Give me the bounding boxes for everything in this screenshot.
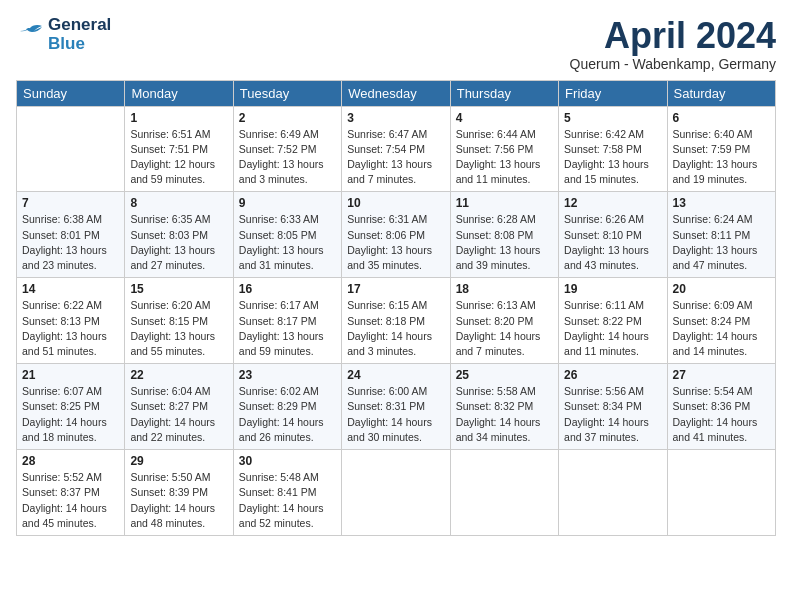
day-cell: 14 Sunrise: 6:22 AMSunset: 8:13 PMDaylig… [17, 278, 125, 364]
day-number: 23 [239, 368, 336, 382]
day-info: Sunrise: 6:38 AMSunset: 8:01 PMDaylight:… [22, 212, 119, 273]
day-number: 7 [22, 196, 119, 210]
day-number: 1 [130, 111, 227, 125]
day-cell: 19 Sunrise: 6:11 AMSunset: 8:22 PMDaylig… [559, 278, 667, 364]
day-cell [667, 450, 775, 536]
day-info: Sunrise: 6:04 AMSunset: 8:27 PMDaylight:… [130, 384, 227, 445]
weekday-thursday: Thursday [450, 80, 558, 106]
logo: General Blue [16, 16, 111, 53]
day-number: 6 [673, 111, 770, 125]
weekday-friday: Friday [559, 80, 667, 106]
week-row-4: 21 Sunrise: 6:07 AMSunset: 8:25 PMDaylig… [17, 364, 776, 450]
weekday-wednesday: Wednesday [342, 80, 450, 106]
logo-text: General Blue [48, 16, 111, 53]
day-cell [559, 450, 667, 536]
day-cell: 16 Sunrise: 6:17 AMSunset: 8:17 PMDaylig… [233, 278, 341, 364]
day-cell: 15 Sunrise: 6:20 AMSunset: 8:15 PMDaylig… [125, 278, 233, 364]
day-cell: 17 Sunrise: 6:15 AMSunset: 8:18 PMDaylig… [342, 278, 450, 364]
day-number: 8 [130, 196, 227, 210]
calendar-body: 1 Sunrise: 6:51 AMSunset: 7:51 PMDayligh… [17, 106, 776, 535]
day-number: 27 [673, 368, 770, 382]
logo-icon [16, 24, 44, 46]
day-cell: 20 Sunrise: 6:09 AMSunset: 8:24 PMDaylig… [667, 278, 775, 364]
day-number: 18 [456, 282, 553, 296]
day-info: Sunrise: 6:31 AMSunset: 8:06 PMDaylight:… [347, 212, 444, 273]
day-cell: 18 Sunrise: 6:13 AMSunset: 8:20 PMDaylig… [450, 278, 558, 364]
day-cell: 9 Sunrise: 6:33 AMSunset: 8:05 PMDayligh… [233, 192, 341, 278]
day-info: Sunrise: 6:13 AMSunset: 8:20 PMDaylight:… [456, 298, 553, 359]
day-number: 2 [239, 111, 336, 125]
day-info: Sunrise: 6:26 AMSunset: 8:10 PMDaylight:… [564, 212, 661, 273]
week-row-2: 7 Sunrise: 6:38 AMSunset: 8:01 PMDayligh… [17, 192, 776, 278]
day-number: 16 [239, 282, 336, 296]
day-number: 22 [130, 368, 227, 382]
day-cell: 4 Sunrise: 6:44 AMSunset: 7:56 PMDayligh… [450, 106, 558, 192]
day-number: 29 [130, 454, 227, 468]
day-number: 12 [564, 196, 661, 210]
title-block: April 2024 Querum - Wabenkamp, Germany [570, 16, 776, 72]
day-cell: 10 Sunrise: 6:31 AMSunset: 8:06 PMDaylig… [342, 192, 450, 278]
day-cell [17, 106, 125, 192]
weekday-sunday: Sunday [17, 80, 125, 106]
calendar-table: SundayMondayTuesdayWednesdayThursdayFrid… [16, 80, 776, 536]
day-cell: 25 Sunrise: 5:58 AMSunset: 8:32 PMDaylig… [450, 364, 558, 450]
day-number: 4 [456, 111, 553, 125]
day-number: 14 [22, 282, 119, 296]
day-cell: 5 Sunrise: 6:42 AMSunset: 7:58 PMDayligh… [559, 106, 667, 192]
week-row-5: 28 Sunrise: 5:52 AMSunset: 8:37 PMDaylig… [17, 450, 776, 536]
day-number: 28 [22, 454, 119, 468]
day-info: Sunrise: 6:35 AMSunset: 8:03 PMDaylight:… [130, 212, 227, 273]
weekday-saturday: Saturday [667, 80, 775, 106]
day-info: Sunrise: 6:42 AMSunset: 7:58 PMDaylight:… [564, 127, 661, 188]
day-info: Sunrise: 5:50 AMSunset: 8:39 PMDaylight:… [130, 470, 227, 531]
day-cell: 26 Sunrise: 5:56 AMSunset: 8:34 PMDaylig… [559, 364, 667, 450]
day-info: Sunrise: 6:07 AMSunset: 8:25 PMDaylight:… [22, 384, 119, 445]
location: Querum - Wabenkamp, Germany [570, 56, 776, 72]
month-title: April 2024 [570, 16, 776, 56]
day-cell: 8 Sunrise: 6:35 AMSunset: 8:03 PMDayligh… [125, 192, 233, 278]
day-cell: 2 Sunrise: 6:49 AMSunset: 7:52 PMDayligh… [233, 106, 341, 192]
day-number: 24 [347, 368, 444, 382]
day-info: Sunrise: 5:52 AMSunset: 8:37 PMDaylight:… [22, 470, 119, 531]
day-number: 3 [347, 111, 444, 125]
day-cell: 21 Sunrise: 6:07 AMSunset: 8:25 PMDaylig… [17, 364, 125, 450]
day-cell: 29 Sunrise: 5:50 AMSunset: 8:39 PMDaylig… [125, 450, 233, 536]
day-cell: 22 Sunrise: 6:04 AMSunset: 8:27 PMDaylig… [125, 364, 233, 450]
day-info: Sunrise: 6:22 AMSunset: 8:13 PMDaylight:… [22, 298, 119, 359]
day-cell: 13 Sunrise: 6:24 AMSunset: 8:11 PMDaylig… [667, 192, 775, 278]
day-number: 15 [130, 282, 227, 296]
day-cell: 11 Sunrise: 6:28 AMSunset: 8:08 PMDaylig… [450, 192, 558, 278]
day-number: 20 [673, 282, 770, 296]
day-info: Sunrise: 6:00 AMSunset: 8:31 PMDaylight:… [347, 384, 444, 445]
day-number: 21 [22, 368, 119, 382]
day-info: Sunrise: 6:49 AMSunset: 7:52 PMDaylight:… [239, 127, 336, 188]
day-cell: 12 Sunrise: 6:26 AMSunset: 8:10 PMDaylig… [559, 192, 667, 278]
day-info: Sunrise: 6:40 AMSunset: 7:59 PMDaylight:… [673, 127, 770, 188]
day-cell: 24 Sunrise: 6:00 AMSunset: 8:31 PMDaylig… [342, 364, 450, 450]
day-info: Sunrise: 5:56 AMSunset: 8:34 PMDaylight:… [564, 384, 661, 445]
day-info: Sunrise: 6:20 AMSunset: 8:15 PMDaylight:… [130, 298, 227, 359]
day-cell [342, 450, 450, 536]
weekday-header-row: SundayMondayTuesdayWednesdayThursdayFrid… [17, 80, 776, 106]
day-info: Sunrise: 5:58 AMSunset: 8:32 PMDaylight:… [456, 384, 553, 445]
day-cell: 23 Sunrise: 6:02 AMSunset: 8:29 PMDaylig… [233, 364, 341, 450]
day-info: Sunrise: 6:09 AMSunset: 8:24 PMDaylight:… [673, 298, 770, 359]
day-number: 10 [347, 196, 444, 210]
week-row-3: 14 Sunrise: 6:22 AMSunset: 8:13 PMDaylig… [17, 278, 776, 364]
day-info: Sunrise: 5:48 AMSunset: 8:41 PMDaylight:… [239, 470, 336, 531]
day-info: Sunrise: 6:51 AMSunset: 7:51 PMDaylight:… [130, 127, 227, 188]
day-cell [450, 450, 558, 536]
day-info: Sunrise: 6:28 AMSunset: 8:08 PMDaylight:… [456, 212, 553, 273]
day-info: Sunrise: 6:47 AMSunset: 7:54 PMDaylight:… [347, 127, 444, 188]
day-info: Sunrise: 6:44 AMSunset: 7:56 PMDaylight:… [456, 127, 553, 188]
day-info: Sunrise: 6:02 AMSunset: 8:29 PMDaylight:… [239, 384, 336, 445]
day-number: 25 [456, 368, 553, 382]
day-info: Sunrise: 6:24 AMSunset: 8:11 PMDaylight:… [673, 212, 770, 273]
day-info: Sunrise: 6:33 AMSunset: 8:05 PMDaylight:… [239, 212, 336, 273]
day-cell: 28 Sunrise: 5:52 AMSunset: 8:37 PMDaylig… [17, 450, 125, 536]
day-cell: 30 Sunrise: 5:48 AMSunset: 8:41 PMDaylig… [233, 450, 341, 536]
weekday-monday: Monday [125, 80, 233, 106]
day-number: 5 [564, 111, 661, 125]
weekday-tuesday: Tuesday [233, 80, 341, 106]
day-info: Sunrise: 6:15 AMSunset: 8:18 PMDaylight:… [347, 298, 444, 359]
